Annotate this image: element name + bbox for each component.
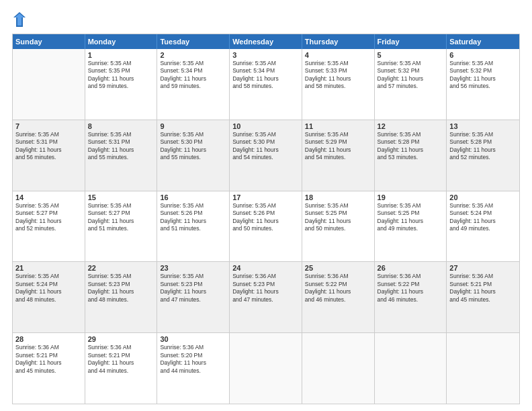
cell-info: Sunrise: 5:35 AMSunset: 5:33 PMDaylight:… xyxy=(305,60,371,91)
day-number: 9 xyxy=(160,122,226,130)
header-day-thursday: Thursday xyxy=(302,34,375,49)
cell-info: Sunrise: 5:35 AMSunset: 5:23 PMDaylight:… xyxy=(88,273,154,304)
calendar-cell: 10Sunrise: 5:35 AMSunset: 5:30 PMDayligh… xyxy=(230,120,302,191)
cell-info: Sunrise: 5:36 AMSunset: 5:21 PMDaylight:… xyxy=(15,344,82,375)
calendar-cell: 6Sunrise: 5:35 AMSunset: 5:32 PMDaylight… xyxy=(447,49,519,120)
calendar-cell: 1Sunrise: 5:35 AMSunset: 5:35 PMDaylight… xyxy=(85,49,158,120)
cell-info: Sunrise: 5:35 AMSunset: 5:24 PMDaylight:… xyxy=(449,202,517,233)
header-day-friday: Friday xyxy=(375,34,447,49)
calendar-body: 1Sunrise: 5:35 AMSunset: 5:35 PMDaylight… xyxy=(13,49,519,404)
calendar-cell xyxy=(375,333,447,404)
page: SundayMondayTuesdayWednesdayThursdayFrid… xyxy=(0,0,532,411)
cell-info: Sunrise: 5:35 AMSunset: 5:25 PMDaylight:… xyxy=(305,202,371,233)
day-number: 4 xyxy=(305,51,371,59)
day-number: 5 xyxy=(378,51,444,59)
cell-info: Sunrise: 5:36 AMSunset: 5:23 PMDaylight:… xyxy=(232,273,299,304)
day-number: 11 xyxy=(305,122,371,130)
cell-info: Sunrise: 5:35 AMSunset: 5:34 PMDaylight:… xyxy=(232,60,299,91)
calendar-header: SundayMondayTuesdayWednesdayThursdayFrid… xyxy=(13,34,519,49)
calendar-cell: 22Sunrise: 5:35 AMSunset: 5:23 PMDayligh… xyxy=(85,262,158,332)
calendar-cell: 30Sunrise: 5:36 AMSunset: 5:20 PMDayligh… xyxy=(157,333,230,404)
day-number: 25 xyxy=(305,264,371,272)
cell-info: Sunrise: 5:36 AMSunset: 5:21 PMDaylight:… xyxy=(449,273,517,304)
cell-info: Sunrise: 5:35 AMSunset: 5:27 PMDaylight:… xyxy=(88,202,154,233)
calendar-cell: 15Sunrise: 5:35 AMSunset: 5:27 PMDayligh… xyxy=(85,191,158,262)
day-number: 22 xyxy=(88,264,154,272)
day-number: 16 xyxy=(160,193,226,201)
cell-info: Sunrise: 5:35 AMSunset: 5:29 PMDaylight:… xyxy=(305,131,371,162)
day-number: 10 xyxy=(232,122,299,130)
calendar-cell: 29Sunrise: 5:36 AMSunset: 5:21 PMDayligh… xyxy=(85,333,158,404)
cell-info: Sunrise: 5:35 AMSunset: 5:25 PMDaylight:… xyxy=(378,202,444,233)
day-number: 3 xyxy=(232,51,299,59)
cell-info: Sunrise: 5:35 AMSunset: 5:32 PMDaylight:… xyxy=(449,60,517,91)
calendar-row-3: 14Sunrise: 5:35 AMSunset: 5:27 PMDayligh… xyxy=(13,191,519,263)
cell-info: Sunrise: 5:35 AMSunset: 5:30 PMDaylight:… xyxy=(160,131,226,162)
day-number: 1 xyxy=(88,51,154,59)
day-number: 12 xyxy=(378,122,444,130)
calendar-cell: 12Sunrise: 5:35 AMSunset: 5:28 PMDayligh… xyxy=(375,120,447,191)
cell-info: Sunrise: 5:36 AMSunset: 5:20 PMDaylight:… xyxy=(160,344,226,375)
day-number: 26 xyxy=(378,264,444,272)
cell-info: Sunrise: 5:35 AMSunset: 5:31 PMDaylight:… xyxy=(15,131,82,162)
calendar-row-2: 7Sunrise: 5:35 AMSunset: 5:31 PMDaylight… xyxy=(13,120,519,191)
calendar-cell: 16Sunrise: 5:35 AMSunset: 5:26 PMDayligh… xyxy=(157,191,230,262)
calendar-cell: 13Sunrise: 5:35 AMSunset: 5:28 PMDayligh… xyxy=(447,120,519,191)
calendar-cell xyxy=(447,333,519,404)
cell-info: Sunrise: 5:35 AMSunset: 5:28 PMDaylight:… xyxy=(378,131,444,162)
header-day-tuesday: Tuesday xyxy=(157,34,230,49)
cell-info: Sunrise: 5:35 AMSunset: 5:28 PMDaylight:… xyxy=(449,131,517,162)
cell-info: Sunrise: 5:36 AMSunset: 5:22 PMDaylight:… xyxy=(378,273,444,304)
header-day-sunday: Sunday xyxy=(13,34,85,49)
day-number: 7 xyxy=(15,122,82,130)
calendar-cell: 28Sunrise: 5:36 AMSunset: 5:21 PMDayligh… xyxy=(13,333,85,404)
cell-info: Sunrise: 5:35 AMSunset: 5:35 PMDaylight:… xyxy=(88,60,154,91)
day-number: 21 xyxy=(15,264,82,272)
header-day-saturday: Saturday xyxy=(447,34,519,49)
calendar-cell: 11Sunrise: 5:35 AMSunset: 5:29 PMDayligh… xyxy=(302,120,375,191)
calendar-cell: 23Sunrise: 5:35 AMSunset: 5:23 PMDayligh… xyxy=(157,262,230,332)
day-number: 2 xyxy=(160,51,226,59)
calendar-cell: 21Sunrise: 5:35 AMSunset: 5:24 PMDayligh… xyxy=(13,262,85,332)
calendar-row-4: 21Sunrise: 5:35 AMSunset: 5:24 PMDayligh… xyxy=(13,262,519,333)
day-number: 8 xyxy=(88,122,154,130)
day-number: 24 xyxy=(232,264,299,272)
cell-info: Sunrise: 5:35 AMSunset: 5:34 PMDaylight:… xyxy=(160,60,226,91)
calendar-cell xyxy=(302,333,375,404)
calendar-cell: 19Sunrise: 5:35 AMSunset: 5:25 PMDayligh… xyxy=(375,191,447,262)
cell-info: Sunrise: 5:35 AMSunset: 5:27 PMDaylight:… xyxy=(15,202,82,233)
day-number: 29 xyxy=(88,335,154,343)
calendar-row-5: 28Sunrise: 5:36 AMSunset: 5:21 PMDayligh… xyxy=(13,333,519,404)
day-number: 19 xyxy=(378,193,444,201)
cell-info: Sunrise: 5:35 AMSunset: 5:32 PMDaylight:… xyxy=(378,60,444,91)
calendar-cell xyxy=(230,333,302,404)
calendar-cell: 5Sunrise: 5:35 AMSunset: 5:32 PMDaylight… xyxy=(375,49,447,120)
calendar-cell: 8Sunrise: 5:35 AMSunset: 5:31 PMDaylight… xyxy=(85,120,158,191)
calendar-cell: 18Sunrise: 5:35 AMSunset: 5:25 PMDayligh… xyxy=(302,191,375,262)
cell-info: Sunrise: 5:35 AMSunset: 5:24 PMDaylight:… xyxy=(15,273,82,304)
cell-info: Sunrise: 5:35 AMSunset: 5:30 PMDaylight:… xyxy=(232,131,299,162)
calendar-cell: 3Sunrise: 5:35 AMSunset: 5:34 PMDaylight… xyxy=(230,49,302,120)
logo xyxy=(12,12,28,27)
cell-info: Sunrise: 5:36 AMSunset: 5:22 PMDaylight:… xyxy=(305,273,371,304)
calendar-cell: 17Sunrise: 5:35 AMSunset: 5:26 PMDayligh… xyxy=(230,191,302,262)
calendar-cell: 9Sunrise: 5:35 AMSunset: 5:30 PMDaylight… xyxy=(157,120,230,191)
cell-info: Sunrise: 5:35 AMSunset: 5:23 PMDaylight:… xyxy=(160,273,226,304)
header-day-monday: Monday xyxy=(85,34,158,49)
calendar-row-1: 1Sunrise: 5:35 AMSunset: 5:35 PMDaylight… xyxy=(13,49,519,120)
day-number: 23 xyxy=(160,264,226,272)
calendar-cell: 7Sunrise: 5:35 AMSunset: 5:31 PMDaylight… xyxy=(13,120,85,191)
day-number: 18 xyxy=(305,193,371,201)
cell-info: Sunrise: 5:36 AMSunset: 5:21 PMDaylight:… xyxy=(88,344,154,375)
calendar-cell: 24Sunrise: 5:36 AMSunset: 5:23 PMDayligh… xyxy=(230,262,302,332)
calendar-cell: 25Sunrise: 5:36 AMSunset: 5:22 PMDayligh… xyxy=(302,262,375,332)
header-day-wednesday: Wednesday xyxy=(230,34,302,49)
calendar-cell: 14Sunrise: 5:35 AMSunset: 5:27 PMDayligh… xyxy=(13,191,85,262)
day-number: 14 xyxy=(15,193,82,201)
day-number: 13 xyxy=(449,122,517,130)
calendar-cell: 26Sunrise: 5:36 AMSunset: 5:22 PMDayligh… xyxy=(375,262,447,332)
cell-info: Sunrise: 5:35 AMSunset: 5:26 PMDaylight:… xyxy=(160,202,226,233)
day-number: 27 xyxy=(449,264,517,272)
calendar: SundayMondayTuesdayWednesdayThursdayFrid… xyxy=(12,34,520,404)
header xyxy=(12,12,520,27)
